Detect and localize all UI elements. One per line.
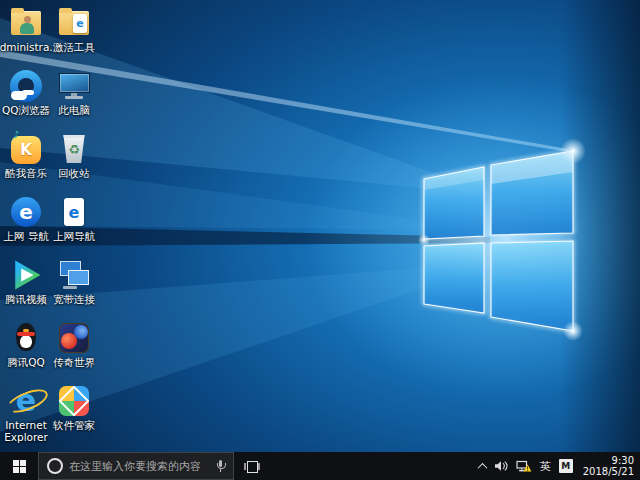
tray-time: 9:30 bbox=[583, 455, 634, 467]
network-warning-icon[interactable] bbox=[516, 460, 532, 473]
recycle-bin-icon: ♻ bbox=[57, 132, 91, 166]
desktop-icon-activation-tool[interactable]: e 激活工具 bbox=[50, 3, 98, 66]
music-note-icon: ♪ bbox=[13, 129, 19, 140]
search-box[interactable]: 在这里输入你要搜索的内容 bbox=[38, 452, 234, 480]
desktop-icon-software-manager[interactable]: 软件管家 bbox=[50, 381, 98, 444]
show-hidden-icons-chevron[interactable] bbox=[477, 462, 487, 472]
icon-label: 回收站 bbox=[58, 167, 90, 179]
icon-label: 激活工具 bbox=[53, 41, 95, 53]
qq-browser-icon bbox=[9, 69, 43, 103]
icon-label: 此电脑 bbox=[58, 104, 90, 116]
desktop-icon-web-navigation-circle[interactable]: e 上网 导航 bbox=[2, 192, 50, 255]
desktop[interactable]: Administra... e 激活工具 QQ浏览器 此电脑 bbox=[0, 0, 640, 452]
desktop-icon-recycle-bin[interactable]: ♻ 回收站 bbox=[50, 129, 98, 192]
icon-label: 腾讯QQ bbox=[7, 356, 45, 368]
windows-desktop-screen: Administra... e 激活工具 QQ浏览器 此电脑 bbox=[0, 0, 640, 480]
ime-language-indicator[interactable]: 英 bbox=[540, 459, 551, 474]
icon-label: QQ浏览器 bbox=[2, 104, 50, 116]
icon-label: 软件管家 bbox=[53, 419, 95, 431]
search-placeholder: 在这里输入你要搜索的内容 bbox=[69, 459, 210, 474]
icon-label: 酷我音乐 bbox=[5, 167, 47, 179]
desktop-icon-this-pc[interactable]: 此电脑 bbox=[50, 66, 98, 129]
desktop-icon-administrator-folder[interactable]: Administra... bbox=[2, 3, 50, 66]
desktop-icon-legend-world-game[interactable]: 传奇世界 bbox=[50, 318, 98, 381]
monitor-icon bbox=[57, 69, 91, 103]
user-folder-icon bbox=[9, 6, 43, 40]
folder-with-edge-doc-icon: e bbox=[57, 6, 91, 40]
edge-document-icon: e bbox=[57, 195, 91, 229]
blue-e-circle-icon: e bbox=[9, 195, 43, 229]
icon-label: 腾讯视频 bbox=[5, 293, 47, 305]
kuwo-music-icon: ♪ K bbox=[9, 132, 43, 166]
speaker-icon[interactable] bbox=[494, 460, 508, 472]
game-orb-icon bbox=[57, 321, 91, 355]
task-view-icon bbox=[244, 460, 260, 473]
desktop-icon-tencent-qq[interactable]: 腾讯QQ bbox=[2, 318, 50, 381]
start-button[interactable] bbox=[0, 452, 38, 480]
clock[interactable]: 9:30 2018/5/21 bbox=[581, 455, 634, 478]
dual-monitor-icon bbox=[57, 258, 91, 292]
system-tray: 英 M 9:30 2018/5/21 bbox=[479, 452, 640, 480]
icon-label: 上网导航 bbox=[53, 230, 95, 242]
taskbar: 在这里输入你要搜索的内容 英 M 9:30 bbox=[0, 452, 640, 480]
task-view-button[interactable] bbox=[234, 452, 270, 480]
icon-label: 宽带连接 bbox=[53, 293, 95, 305]
icon-label: 传奇世界 bbox=[53, 356, 95, 368]
tray-date: 2018/5/21 bbox=[583, 466, 634, 478]
desktop-icon-web-navigation-doc[interactable]: e 上网导航 bbox=[50, 192, 98, 255]
desktop-icon-broadband-connection[interactable]: 宽带连接 bbox=[50, 255, 98, 318]
desktop-icon-internet-explorer[interactable]: e Internet Explorer bbox=[2, 381, 50, 444]
microphone-icon[interactable] bbox=[216, 460, 225, 472]
desktop-icons: Administra... e 激活工具 QQ浏览器 此电脑 bbox=[2, 3, 98, 444]
desktop-icon-qq-browser[interactable]: QQ浏览器 bbox=[2, 66, 50, 129]
desktop-icon-tencent-video[interactable]: 腾讯视频 bbox=[2, 255, 50, 318]
edge-doc-icon: e bbox=[73, 14, 87, 33]
windows-logo-icon bbox=[13, 460, 26, 473]
icon-label: Internet Explorer bbox=[0, 419, 53, 443]
desktop-icon-kuwo-music[interactable]: ♪ K 酷我音乐 bbox=[2, 129, 50, 192]
cortana-circle-icon bbox=[47, 458, 63, 474]
penguin-icon bbox=[9, 321, 43, 355]
play-triangle-icon bbox=[9, 258, 43, 292]
icon-label: 上网 导航 bbox=[3, 230, 48, 242]
software-manager-icon bbox=[57, 384, 91, 418]
ime-mode-icon[interactable]: M bbox=[559, 459, 573, 473]
internet-explorer-icon: e bbox=[9, 384, 43, 418]
